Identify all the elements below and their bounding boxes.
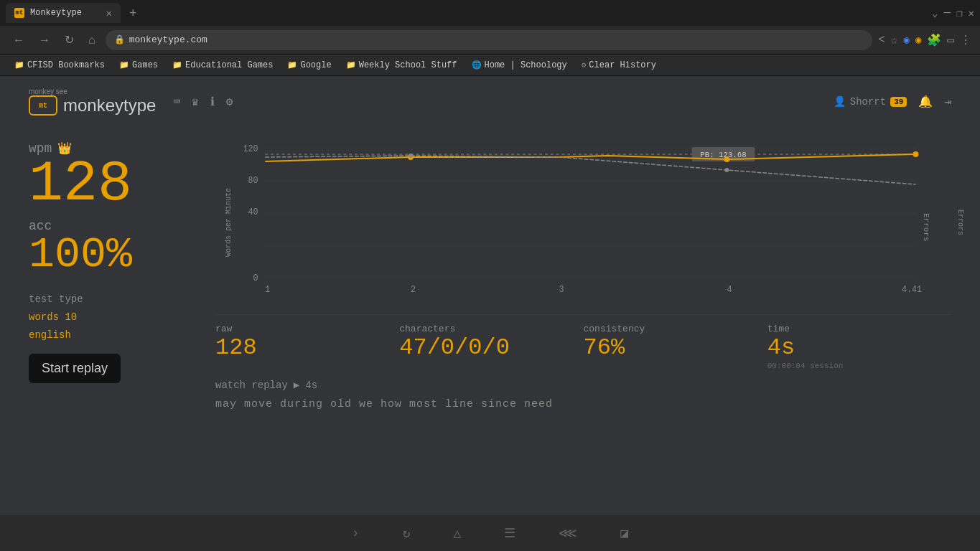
- svg-text:80: 80: [248, 176, 258, 186]
- bookmark-label: Clear History: [589, 60, 656, 70]
- bookmark-label: Home | Schoology: [485, 60, 567, 70]
- tab-list-icon[interactable]: ⌄: [932, 7, 938, 19]
- bottom-toolbar: › ↻ △ ☰ ⋘ ◪: [0, 515, 980, 551]
- replay-time: 4s: [305, 380, 317, 391]
- left-stats-panel: wpm 👑 128 acc 100% test type words 10 en…: [29, 141, 187, 410]
- chart-container: Words per Minute 120 80 40 0 1 2: [215, 141, 951, 303]
- logo: monkey see mt monkeytype: [29, 88, 156, 116]
- svg-text:3: 3: [559, 285, 564, 295]
- browser-tab[interactable]: mt Monkeytype ✕: [6, 3, 121, 23]
- svg-text:Errors: Errors: [922, 213, 930, 242]
- main-content: wpm 👑 128 acc 100% test type words 10 en…: [0, 127, 980, 425]
- results-chart: 120 80 40 0 1 2 3 4 4.41 PB: 123.68: [244, 141, 930, 299]
- notifications-icon[interactable]: 🔔: [918, 95, 933, 109]
- next-icon[interactable]: ›: [352, 526, 360, 540]
- close-button[interactable]: ✕: [969, 7, 974, 19]
- bookmark-cfisd[interactable]: 📁 CFISD Bookmarks: [9, 59, 111, 72]
- list-icon[interactable]: ☰: [504, 525, 515, 541]
- consistency-label: consistency: [584, 324, 767, 334]
- consistency-value: 76%: [584, 334, 767, 362]
- bookmark-label: CFISD Bookmarks: [27, 60, 105, 70]
- address-bar[interactable]: 🔒 monkeytype.com: [106, 30, 873, 50]
- stats-row: raw 128 characters 47/0/0/0 consistency …: [215, 314, 951, 370]
- colorful-icon[interactable]: ◉: [915, 34, 921, 46]
- username: Shorrt: [850, 96, 886, 108]
- y-axis-label: Words per Minute: [225, 187, 233, 256]
- back-button[interactable]: ←: [9, 31, 29, 50]
- logo-box: mt: [29, 95, 57, 116]
- header-right: 👤 Shorrt 39 🔔 ⇥: [834, 95, 951, 109]
- bookmark-label: Google: [300, 60, 331, 70]
- info-icon[interactable]: ℹ: [210, 95, 215, 109]
- test-meta: test type words 10 english: [29, 291, 187, 345]
- tab-favicon: mt: [14, 8, 24, 18]
- retry-icon[interactable]: ↻: [403, 525, 411, 541]
- time-label: time: [767, 324, 951, 334]
- user-level-badge: 39: [890, 97, 907, 107]
- settings-icon[interactable]: ⚙: [226, 95, 233, 109]
- folder-icon: 📁: [172, 60, 182, 70]
- image-icon[interactable]: ◪: [620, 525, 628, 541]
- folder-icon: 📁: [346, 60, 356, 70]
- right-panel: Words per Minute 120 80 40 0 1 2: [215, 141, 951, 410]
- share-icon[interactable]: <: [878, 34, 885, 47]
- rewind-icon[interactable]: ⋘: [559, 525, 577, 541]
- chars-stat: characters 47/0/0/0: [399, 324, 583, 370]
- bookmark-label: Educational Games: [185, 60, 273, 70]
- toolbar-actions: < ☆ ◉ ◉ 🧩 ▭ ⋮: [878, 33, 971, 47]
- url-text: monkeytype.com: [129, 34, 207, 45]
- raw-label: raw: [215, 324, 399, 334]
- test-type-label: test type: [29, 291, 187, 309]
- bookmark-label: Games: [132, 60, 158, 70]
- new-tab-button[interactable]: +: [126, 3, 140, 24]
- svg-text:2: 2: [411, 285, 416, 295]
- raw-value: 128: [215, 334, 399, 362]
- user-avatar-icon: 👤: [834, 95, 846, 108]
- maximize-button[interactable]: ❐: [956, 7, 962, 19]
- reload-button[interactable]: ↻: [60, 30, 78, 50]
- wpm-value: 128: [29, 156, 187, 213]
- logo-main-text: monkeytype: [63, 95, 156, 116]
- tab-title: Monkeytype: [30, 8, 82, 18]
- lock-icon: 🔒: [114, 34, 125, 45]
- svg-text:120: 120: [244, 144, 258, 154]
- svg-point-19: [913, 151, 919, 157]
- gear-icon: ⚙️: [582, 60, 587, 70]
- bookmark-icon[interactable]: ☆: [891, 33, 898, 47]
- bookmark-games[interactable]: 📁 Games: [113, 59, 164, 72]
- start-replay-label: Start replay: [42, 361, 108, 375]
- bookmarks-bar: 📁 CFISD Bookmarks 📁 Games 📁 Educational …: [0, 55, 980, 76]
- time-value: 4s: [767, 334, 951, 362]
- bookmark-label: Weekly School Stuff: [359, 60, 457, 70]
- bookmark-schoology[interactable]: 🌐 Home | Schoology: [466, 59, 573, 72]
- play-icon[interactable]: ▶: [294, 379, 299, 391]
- keyboard-icon[interactable]: ⌨: [173, 95, 180, 109]
- chars-label: characters: [399, 324, 583, 334]
- time-stat: time 4s 00:00:04 session: [767, 324, 951, 370]
- extensions-icon[interactable]: 🧩: [927, 33, 941, 47]
- browser-toolbar: ← → ↻ ⌂ 🔒 monkeytype.com < ☆ ◉ ◉ 🧩 ▭ ⋮: [0, 26, 980, 55]
- tab-close-button[interactable]: ✕: [106, 7, 112, 19]
- bookmark-educational-games[interactable]: 📁 Educational Games: [167, 59, 279, 72]
- bookmark-clear-history[interactable]: ⚙️ Clear History: [576, 59, 662, 72]
- session-time: 00:00:04 session: [767, 362, 951, 370]
- home-button[interactable]: ⌂: [84, 31, 100, 50]
- crown-icon[interactable]: ♛: [192, 95, 199, 109]
- menu-icon[interactable]: ⋮: [960, 33, 971, 47]
- forward-button[interactable]: →: [34, 31, 55, 50]
- profile-icon[interactable]: ▭: [947, 33, 954, 47]
- folder-icon: 📁: [14, 60, 24, 70]
- start-replay-tooltip[interactable]: Start replay: [29, 354, 121, 383]
- svg-text:40: 40: [248, 207, 258, 217]
- logo-abbr: mt: [39, 102, 47, 110]
- bookmark-google[interactable]: 📁 Google: [281, 59, 337, 72]
- bookmark-weekly[interactable]: 📁 Weekly School Stuff: [340, 59, 463, 72]
- test-type-value: words 10: [29, 309, 187, 326]
- logout-icon[interactable]: ⇥: [944, 95, 951, 109]
- chars-value: 47/0/0/0: [399, 334, 583, 362]
- minimize-button[interactable]: —: [944, 6, 951, 19]
- warning-icon[interactable]: △: [453, 525, 461, 541]
- chrome-icon[interactable]: ◉: [903, 34, 909, 46]
- svg-text:0: 0: [253, 273, 258, 283]
- watch-replay-label: watch replay: [215, 380, 288, 391]
